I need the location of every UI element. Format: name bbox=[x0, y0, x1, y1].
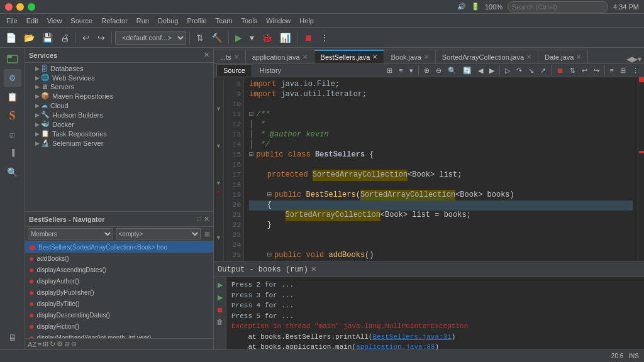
tab-application[interactable]: application.java ✕ bbox=[246, 50, 314, 63]
tree-item-webservices[interactable]: ▶ 🌐 Web Services bbox=[25, 73, 213, 82]
menu-item-view[interactable]: View bbox=[43, 16, 66, 26]
menu-item-window[interactable]: Window bbox=[262, 16, 294, 26]
gutter-23[interactable] bbox=[214, 216, 223, 225]
tab-date-close-button[interactable]: ✕ bbox=[576, 54, 581, 60]
nav-item-displayauthor[interactable]: ● displayAuthor() bbox=[25, 275, 213, 287]
tree-item-hudson[interactable]: ▶ 🔧 Hudson Builders bbox=[25, 110, 213, 119]
menu-item-team[interactable]: Team bbox=[212, 16, 236, 26]
services-panel-close-button[interactable]: ✕ bbox=[204, 51, 209, 59]
tree-item-servers[interactable]: ▶ 🖥 Servers bbox=[25, 82, 213, 91]
source-tab-history[interactable]: History bbox=[253, 65, 287, 76]
run-button[interactable]: ▶ bbox=[232, 31, 245, 45]
nav-item-displayasc[interactable]: ● displayAscendingDates() bbox=[25, 264, 213, 275]
open-file-button[interactable]: 📂 bbox=[21, 31, 38, 45]
tab-next-button[interactable]: ▶ bbox=[632, 55, 638, 63]
tree-item-selenium[interactable]: ▶ 🔬 Selenium Server bbox=[25, 138, 213, 148]
menu-item-refactor[interactable]: Refactor bbox=[97, 16, 131, 26]
sidebar-icon-navigator[interactable]: 📋 bbox=[4, 88, 21, 106]
next-match-button[interactable]: ▶ bbox=[487, 65, 497, 76]
tab-sorted[interactable]: SortedArrayCollection.java ✕ bbox=[436, 50, 538, 63]
profile-run-button[interactable]: 📊 bbox=[277, 31, 294, 45]
gutter-10[interactable] bbox=[214, 96, 223, 105]
new-file-button[interactable]: 📄 bbox=[3, 31, 19, 45]
menu-item-tools[interactable]: Tools bbox=[238, 16, 262, 26]
sidebar-icon-bottom[interactable]: 🖥 bbox=[4, 329, 21, 347]
nav-item-displaypublisher[interactable]: ● displayByPublisher() bbox=[25, 287, 213, 298]
code-content[interactable]: import java.io.File; import java.util.It… bbox=[244, 77, 638, 261]
nav-group-button[interactable]: ≡ bbox=[38, 341, 42, 348]
step-over-button[interactable]: ↷ bbox=[514, 65, 525, 76]
menu-item-file[interactable]: File bbox=[3, 16, 21, 26]
stop-button[interactable]: ⏹ bbox=[301, 31, 316, 45]
menu-item-profile[interactable]: Profile bbox=[183, 16, 210, 26]
nav-item-constructor[interactable]: ◆ BestSellers(SortedArrayCollection<Book… bbox=[25, 241, 213, 253]
code-editor[interactable]: ▼ ▼ ▼ ● ▼ bbox=[214, 77, 644, 261]
window-min-button[interactable] bbox=[16, 3, 24, 11]
gutter-12[interactable] bbox=[214, 114, 223, 124]
gutter-25[interactable]: ▼ bbox=[214, 234, 223, 243]
run-to-cursor-button[interactable]: ▷ bbox=[502, 65, 513, 76]
gutter-24[interactable] bbox=[214, 225, 223, 234]
sidebar-icon-output[interactable]: ▐ bbox=[4, 145, 21, 162]
window-max-button[interactable] bbox=[28, 3, 35, 11]
nav-item-displaymonth[interactable]: ● displayMonthandYear(int month, int yea… bbox=[25, 332, 213, 338]
toggle-bookmarks-button[interactable]: ⊞ bbox=[384, 65, 395, 76]
tab-book[interactable]: Book.java ✕ bbox=[384, 50, 435, 63]
stop-run-button[interactable]: ⏹ bbox=[554, 65, 566, 75]
source-tab-source[interactable]: Source bbox=[216, 64, 252, 77]
redo-button[interactable]: ↪ bbox=[94, 31, 108, 45]
format-button[interactable]: ⇅ bbox=[193, 31, 207, 45]
sidebar-icon-projects[interactable] bbox=[4, 50, 21, 68]
gutter-22[interactable] bbox=[214, 206, 223, 216]
gutter-26[interactable] bbox=[214, 243, 223, 253]
step-out-button[interactable]: ↗ bbox=[538, 65, 548, 76]
nav-item-addbooks[interactable]: ● addBooks() bbox=[25, 253, 213, 264]
build-button[interactable]: 🔨 bbox=[208, 31, 225, 45]
tab-bestsellers-close-button[interactable]: ✕ bbox=[372, 54, 377, 60]
tab-ts-close-button[interactable]: ✕ bbox=[234, 54, 239, 60]
tree-item-cloud[interactable]: ▶ ☁ Cloud bbox=[25, 101, 213, 110]
nav-item-displaydesc[interactable]: ● displayDescendingDates() bbox=[25, 309, 213, 321]
bestsellers-link[interactable]: BestSellers.java:31 bbox=[372, 333, 451, 341]
tree-item-maven[interactable]: ▶ 📦 Maven Repositories bbox=[25, 91, 213, 101]
sidebar-icon-search[interactable]: 🔍 bbox=[4, 163, 21, 181]
menu-item-source[interactable]: Source bbox=[67, 16, 96, 26]
gutter-21[interactable] bbox=[214, 197, 223, 207]
config-combo[interactable]: <default conf...> bbox=[115, 31, 186, 45]
gutter-27[interactable] bbox=[214, 252, 223, 261]
output-run-button[interactable]: ▶ bbox=[216, 280, 224, 290]
menu-item-run[interactable]: Run bbox=[133, 16, 153, 26]
more-actions-button[interactable]: ⋮ bbox=[630, 65, 641, 76]
tab-date[interactable]: Date.java ✕ bbox=[538, 50, 588, 63]
save-button[interactable]: 💾 bbox=[39, 31, 56, 45]
collapse-all-button[interactable]: ≡ bbox=[608, 65, 616, 75]
nav-expand2-button[interactable]: ⊕ bbox=[64, 340, 70, 348]
zoom-in-button[interactable]: ⊕ bbox=[421, 65, 432, 76]
navigator-filter-button[interactable]: ⊞ bbox=[203, 230, 211, 238]
nav-collapse-button[interactable]: ⊖ bbox=[71, 340, 77, 348]
menu-item-debug[interactable]: Debug bbox=[154, 16, 182, 26]
gutter-13[interactable] bbox=[214, 123, 223, 133]
find-button[interactable]: 🔍 bbox=[445, 65, 459, 76]
window-controls[interactable] bbox=[5, 3, 35, 11]
history-fwd-button[interactable]: ↪ bbox=[591, 65, 602, 76]
nav-settings-button[interactable]: ⚙ bbox=[57, 340, 63, 348]
prev-match-button[interactable]: ◀ bbox=[475, 65, 486, 76]
sidebar-icon-tasks[interactable]: ☑ bbox=[4, 126, 21, 143]
tree-item-task-repos[interactable]: ▶ 📋 Task Repositories bbox=[25, 129, 213, 138]
application-link[interactable]: application.java:88 bbox=[356, 343, 435, 349]
gutter-11[interactable]: ▼ bbox=[214, 105, 223, 114]
tab-list-button[interactable]: ▾ bbox=[638, 55, 641, 63]
output-stop-button[interactable]: ⏹ bbox=[215, 305, 225, 315]
tree-item-databases[interactable]: ▶ 🗄 Databases bbox=[25, 64, 213, 73]
find-replace-button[interactable]: 🔄 bbox=[460, 65, 474, 76]
gutter-8[interactable] bbox=[214, 77, 223, 87]
tree-item-docker[interactable]: ▶ 🐳 Docker bbox=[25, 119, 213, 129]
more-button[interactable]: ⋮ bbox=[317, 31, 332, 45]
gutter-19[interactable]: ▼ bbox=[214, 178, 223, 188]
run-more-button[interactable]: ▾ bbox=[247, 31, 257, 45]
zoom-out-button[interactable]: ⊖ bbox=[433, 65, 444, 76]
menu-item-help[interactable]: Help bbox=[296, 16, 318, 26]
output-content[interactable]: Press 2 for ... Press 3 for ... Press 4 … bbox=[226, 277, 644, 349]
undo-button[interactable]: ↩ bbox=[79, 31, 93, 45]
